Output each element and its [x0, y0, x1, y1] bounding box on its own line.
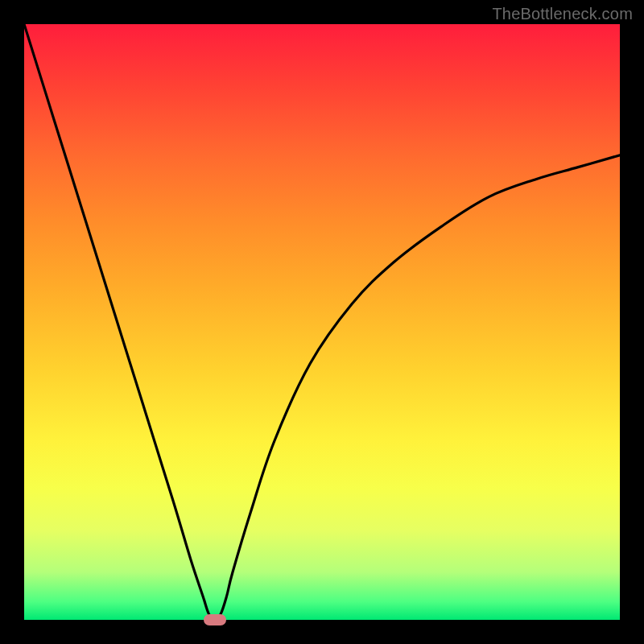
minimum-marker — [204, 614, 226, 625]
chart-line-layer — [24, 24, 620, 620]
bottleneck-curve — [24, 24, 620, 620]
chart-frame: TheBottleneck.com — [0, 0, 644, 644]
chart-plot-area — [24, 24, 620, 620]
watermark-text: TheBottleneck.com — [492, 5, 633, 23]
